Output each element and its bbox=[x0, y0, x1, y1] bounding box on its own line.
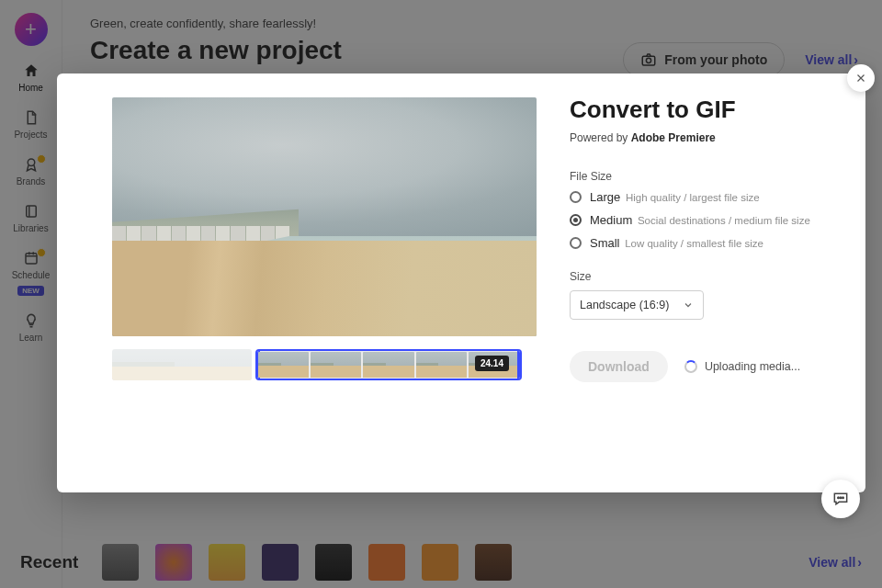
file-size-label: File Size bbox=[570, 170, 829, 183]
convert-gif-modal: 24.14 Convert to GIF Powered by Adobe Pr… bbox=[57, 74, 865, 492]
filesize-small-radio[interactable]: Small Low quality / smallest file size bbox=[570, 236, 829, 250]
radio-desc: Social destinations / medium file size bbox=[638, 215, 810, 226]
svg-point-9 bbox=[842, 497, 844, 499]
timeline-selected-range[interactable]: 24.14 bbox=[255, 349, 522, 380]
timeline-outside-range bbox=[112, 349, 252, 380]
close-icon bbox=[854, 72, 867, 85]
filesize-large-radio[interactable]: Large High quality / largest file size bbox=[570, 190, 829, 204]
close-button[interactable] bbox=[847, 64, 875, 92]
modal-title: Convert to GIF bbox=[570, 96, 829, 124]
timecode-badge: 24.14 bbox=[475, 356, 509, 371]
size-select[interactable]: Landscape (16:9) bbox=[570, 290, 704, 320]
file-size-options: Large High quality / largest file size M… bbox=[570, 190, 829, 250]
size-label: Size bbox=[570, 270, 829, 283]
video-preview[interactable] bbox=[112, 97, 537, 336]
powered-prefix: Powered by bbox=[570, 131, 631, 144]
trim-timeline[interactable]: 24.14 bbox=[112, 349, 522, 380]
chat-icon bbox=[831, 490, 850, 508]
powered-brand: Adobe Premiere bbox=[631, 131, 716, 144]
svg-point-7 bbox=[838, 497, 840, 499]
help-chat-button[interactable] bbox=[821, 480, 860, 518]
radio-desc: High quality / largest file size bbox=[626, 192, 760, 203]
radio-label: Small bbox=[590, 236, 620, 250]
radio-icon bbox=[570, 237, 582, 249]
radio-icon bbox=[570, 191, 582, 203]
radio-desc: Low quality / smallest file size bbox=[625, 238, 763, 249]
modal-actions: Download Uploading media... bbox=[570, 351, 829, 382]
radio-label: Medium bbox=[590, 213, 632, 227]
download-button[interactable]: Download bbox=[570, 351, 668, 382]
modal-preview-area: 24.14 bbox=[112, 97, 537, 380]
modal-options-panel: Convert to GIF Powered by Adobe Premiere… bbox=[570, 96, 829, 382]
filesize-medium-radio[interactable]: Medium Social destinations / medium file… bbox=[570, 213, 829, 227]
uploading-text: Uploading media... bbox=[705, 360, 800, 373]
trim-handle-right[interactable] bbox=[517, 349, 522, 380]
powered-by: Powered by Adobe Premiere bbox=[570, 131, 829, 144]
spinner-icon bbox=[684, 360, 697, 373]
size-value: Landscape (16:9) bbox=[580, 299, 669, 311]
chevron-down-icon bbox=[683, 300, 694, 311]
radio-icon bbox=[570, 214, 582, 226]
radio-label: Large bbox=[590, 190, 620, 204]
uploading-status: Uploading media... bbox=[684, 360, 800, 373]
svg-point-8 bbox=[840, 497, 842, 499]
